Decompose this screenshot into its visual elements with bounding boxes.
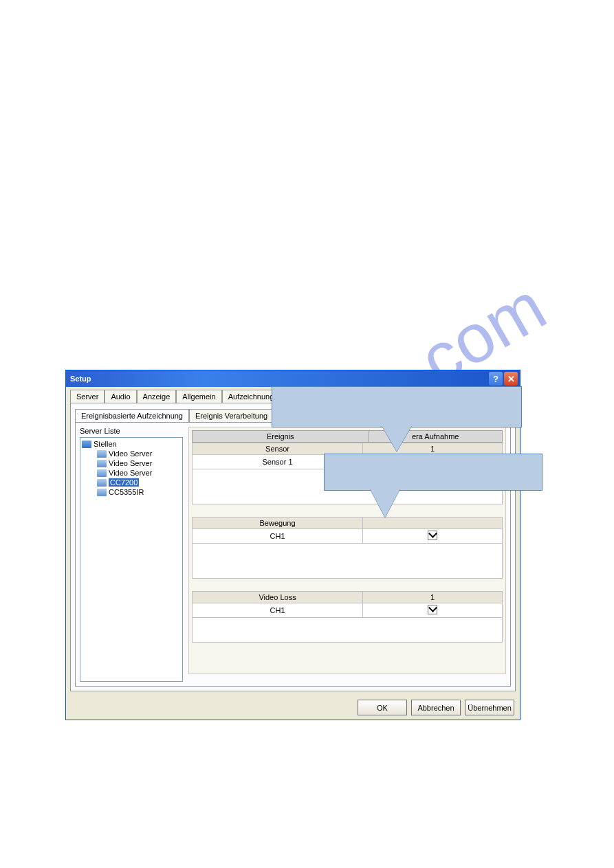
tab-allgemein[interactable]: Allgemein [176,390,221,403]
tree-item-label: Video Server [109,449,152,458]
row-label: CH1 [193,603,363,618]
section-header-label: Bewegung [193,518,363,529]
tab-audio[interactable]: Audio [105,390,136,403]
apply-button[interactable]: Übernehmen [465,700,514,715]
server-icon [97,450,107,458]
tree-item[interactable]: Video Server [82,449,181,458]
subtab-ereignisbasierte[interactable]: Ereignisbasierte Aufzeichnung [75,409,189,422]
tree-item[interactable]: Video Server [82,458,181,468]
tree-item-label: Video Server [109,459,152,467]
folder-icon [82,441,91,448]
checkbox[interactable] [428,531,437,540]
section-bewegung: Bewegung CH1 [192,517,503,579]
callout-box-1 [272,386,522,427]
tree-item[interactable]: CC5355IR [82,487,181,497]
section-header-label: Video Loss [193,592,363,603]
callout-tail-icon [370,489,400,518]
server-icon [97,489,107,496]
section-header-label: Sensor [193,443,363,455]
ok-button[interactable]: OK [358,700,407,715]
dialog-buttons: OK Abbrechen Übernehmen [66,695,520,720]
table-row: CH1 [193,529,503,544]
cancel-button[interactable]: Abbrechen [411,700,461,715]
server-tree[interactable]: Stellen Video Server Video Server Video … [80,437,183,682]
tab-anzeige[interactable]: Anzeige [137,390,177,403]
tree-item-label: Video Server [109,469,152,477]
subtab-verarbeitung[interactable]: Ereignis Verarbeitung [189,409,274,422]
group-header-ereignis: Ereignis [193,431,369,442]
tree-root[interactable]: Stellen [82,439,181,449]
server-icon [97,460,107,467]
tree-root-label: Stellen [94,440,117,448]
server-liste-label: Server Liste [80,427,183,435]
help-button[interactable]: ? [489,372,503,386]
row-label: CH1 [193,529,363,544]
tree-item[interactable]: CC7200 [82,478,181,487]
callout-box-2 [324,454,542,491]
tab-server[interactable]: Server [70,390,105,403]
checkbox[interactable] [428,605,437,614]
close-button[interactable]: ✕ [504,372,518,386]
section-header-num: 1 [363,592,503,603]
server-icon [97,479,107,487]
callout-tail-icon [382,425,412,452]
tree-item-label: CC5355IR [109,488,144,496]
tree-item[interactable]: Video Server [82,468,181,478]
section-body [192,544,503,579]
dialog-title: Setup [70,375,91,383]
table-row: CH1 [193,603,503,618]
server-icon [97,469,107,477]
section-videoloss: Video Loss 1 CH1 [192,591,503,643]
section-header-num [363,518,503,529]
section-body [192,618,503,643]
tab-page-ereignis: Ereignisbasierte Aufzeichnung Ereignis V… [70,403,516,691]
tree-item-label: CC7200 [109,478,139,487]
titlebar[interactable]: Setup ? ✕ [66,370,520,387]
